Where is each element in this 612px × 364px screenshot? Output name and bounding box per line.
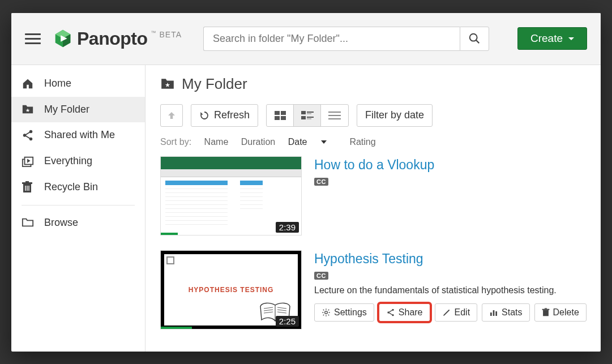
sort-date[interactable]: Date xyxy=(288,137,337,147)
video-title-link[interactable]: Hypothesis Testing xyxy=(314,251,587,267)
svg-rect-27 xyxy=(307,117,314,118)
sidebar-item-browse[interactable]: Browse xyxy=(11,210,145,235)
filter-date-button[interactable]: Filter by date xyxy=(357,104,433,127)
refresh-button[interactable]: Refresh xyxy=(191,104,258,127)
body: Home My Folder Shared with Me Everything xyxy=(11,65,601,352)
create-button[interactable]: Create xyxy=(517,27,587,50)
up-button[interactable] xyxy=(160,104,183,127)
gear-icon xyxy=(322,308,331,317)
edit-button[interactable]: Edit xyxy=(435,303,478,322)
duration-badge: 2:39 xyxy=(276,222,299,233)
folder-star-icon xyxy=(160,78,175,90)
stats-button[interactable]: Stats xyxy=(482,303,529,322)
trash-icon xyxy=(542,308,550,317)
view-grid[interactable] xyxy=(267,105,294,126)
main-content: My Folder Refresh xyxy=(145,65,601,352)
sort-label: Sort by: xyxy=(160,137,191,147)
sidebar: Home My Folder Shared with Me Everything xyxy=(11,65,145,352)
svg-line-2 xyxy=(476,40,480,44)
search-input[interactable] xyxy=(203,27,460,51)
view-list[interactable] xyxy=(321,105,348,126)
chevron-down-icon xyxy=(568,37,574,40)
sidebar-separator xyxy=(22,205,135,205)
svg-rect-22 xyxy=(281,116,286,120)
sort-direction-icon xyxy=(321,140,327,144)
search-icon xyxy=(468,32,481,45)
panopto-logo-icon xyxy=(52,28,74,49)
sidebar-item-recycle[interactable]: Recycle Bin xyxy=(11,174,145,200)
svg-rect-23 xyxy=(301,111,306,114)
svg-rect-19 xyxy=(275,111,280,115)
svg-rect-31 xyxy=(328,118,341,119)
svg-rect-29 xyxy=(328,112,341,113)
folder-outline-icon xyxy=(22,217,35,228)
video-title-link[interactable]: How to do a Vlookup xyxy=(314,157,586,173)
sidebar-item-home[interactable]: Home xyxy=(11,71,145,97)
refresh-label: Refresh xyxy=(214,109,250,121)
svg-rect-50 xyxy=(544,308,546,309)
view-detail[interactable] xyxy=(294,105,321,126)
svg-rect-47 xyxy=(495,311,497,316)
progress-bar xyxy=(161,233,178,235)
search-button[interactable] xyxy=(460,27,489,51)
video-description: Lecture on the fundamentals of statistic… xyxy=(314,285,587,296)
beta-badge: BETA xyxy=(159,30,182,39)
video-info: How to do a Vlookup CC xyxy=(314,156,586,235)
refresh-icon xyxy=(199,110,209,121)
menu-toggle[interactable] xyxy=(25,31,41,47)
svg-rect-12 xyxy=(22,182,32,184)
svg-marker-10 xyxy=(27,159,31,162)
sort-row: Sort by: Name Duration Date Rating xyxy=(160,137,586,147)
library-icon xyxy=(22,155,35,168)
duration-badge: 2:25 xyxy=(276,316,299,327)
settings-button[interactable]: Settings xyxy=(314,303,374,322)
sidebar-item-label: My Folder xyxy=(44,104,89,115)
create-label: Create xyxy=(530,32,563,45)
svg-rect-24 xyxy=(307,112,314,113)
sidebar-item-everything[interactable]: Everything xyxy=(11,148,145,174)
list-icon xyxy=(328,111,341,120)
sort-name[interactable]: Name xyxy=(204,137,229,147)
svg-line-8 xyxy=(25,135,29,138)
arrow-up-icon xyxy=(166,110,177,121)
share-icon xyxy=(22,129,35,142)
view-switcher xyxy=(266,104,349,127)
sidebar-item-my-folder[interactable]: My Folder xyxy=(11,97,145,122)
cc-badge: CC xyxy=(314,272,328,280)
svg-rect-45 xyxy=(490,312,492,316)
delete-button[interactable]: Delete xyxy=(534,303,587,322)
video-thumbnail[interactable]: 2:39 xyxy=(160,156,302,235)
share-button[interactable]: Share xyxy=(379,303,430,322)
svg-point-39 xyxy=(325,311,328,314)
svg-rect-25 xyxy=(307,113,311,114)
sort-rating[interactable]: Rating xyxy=(349,137,375,147)
folder-title-text: My Folder xyxy=(182,75,247,93)
cc-badge: CC xyxy=(314,178,328,186)
video-actions: Settings Share Edit Stats xyxy=(314,303,587,322)
app-window: Panopto ™ BETA Create Home xyxy=(11,13,601,352)
video-thumbnail[interactable]: HYPOTHESIS TESTING xyxy=(160,250,302,329)
svg-rect-21 xyxy=(275,116,280,120)
sort-duration[interactable]: Duration xyxy=(241,137,275,147)
progress-bar xyxy=(161,327,192,329)
svg-rect-28 xyxy=(307,118,311,119)
svg-rect-49 xyxy=(542,309,549,310)
brand-logo[interactable]: Panopto ™ BETA xyxy=(52,28,182,49)
svg-line-44 xyxy=(389,312,392,314)
sidebar-item-shared[interactable]: Shared with Me xyxy=(11,122,145,148)
svg-marker-18 xyxy=(200,112,203,115)
topbar: Panopto ™ BETA Create xyxy=(11,13,601,65)
sidebar-item-label: Shared with Me xyxy=(44,129,115,141)
sidebar-item-label: Everything xyxy=(44,155,92,167)
sidebar-item-label: Browse xyxy=(44,217,78,229)
sidebar-item-label: Home xyxy=(44,78,71,89)
svg-rect-48 xyxy=(543,310,549,316)
video-row: HYPOTHESIS TESTING xyxy=(160,250,586,329)
folder-header: My Folder xyxy=(160,75,586,93)
home-icon xyxy=(22,78,35,90)
svg-rect-20 xyxy=(281,111,286,115)
filter-label: Filter by date xyxy=(365,109,424,121)
svg-line-7 xyxy=(25,132,29,135)
share-icon xyxy=(386,308,395,317)
toolbar: Refresh Filter by date xyxy=(160,104,586,127)
